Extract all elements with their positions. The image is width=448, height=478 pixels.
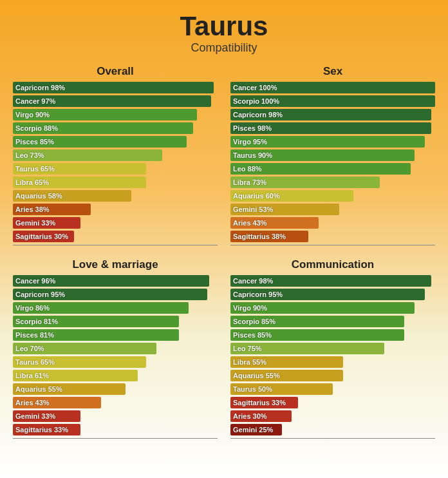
- bar-label: Scorpio 85%: [233, 318, 275, 325]
- bar-row: Scorpio 85%: [230, 316, 435, 327]
- bar-row: Gemini 33%: [13, 410, 218, 422]
- bar-row: Aquarius 60%: [230, 190, 435, 202]
- bar-row: Gemini 53%: [230, 204, 435, 215]
- bar-label: Aquarius 55%: [233, 372, 280, 379]
- chart-section-sex: SexCancer 100%Scorpio 100%Capricorn 98%P…: [224, 60, 442, 252]
- bar-label: Capricorn 98%: [15, 84, 65, 91]
- bar-label: Leo 75%: [233, 345, 262, 352]
- bar-row: Capricorn 98%: [230, 109, 435, 120]
- bar-label: Cancer 100%: [233, 84, 277, 91]
- bar-row: Aries 38%: [13, 204, 218, 215]
- bar-label: Pisces 85%: [233, 331, 272, 339]
- bar-label: Scorpio 88%: [15, 124, 58, 132]
- bar-row: Pisces 85%: [13, 136, 218, 148]
- bar-row: Pisces 85%: [230, 329, 435, 341]
- bar-label: Cancer 98%: [233, 277, 273, 285]
- section-title-overall: Overall: [13, 65, 218, 78]
- bar-label: Gemini 33%: [15, 412, 55, 420]
- bar-row: Aries 30%: [230, 410, 435, 422]
- bar-row: Taurus 50%: [230, 383, 435, 395]
- bar-row: Gemini 33%: [13, 217, 218, 229]
- bar-label: Sagittarius 33%: [15, 426, 68, 434]
- bar-label: Gemini 33%: [15, 219, 55, 227]
- bar-label: Taurus 65%: [15, 165, 55, 173]
- bar-label: Leo 70%: [15, 345, 44, 352]
- bar-label: Aquarius 60%: [233, 192, 280, 200]
- bar-label: Aries 38%: [15, 206, 50, 213]
- bar-row: Leo 75%: [230, 343, 435, 354]
- bar-row: Libra 73%: [230, 177, 435, 188]
- bar-row: Aquarius 55%: [13, 383, 218, 395]
- bar-row: Scorpio 88%: [13, 122, 218, 134]
- bar-label: Aquarius 58%: [15, 192, 62, 200]
- chart-bottom-line: [230, 438, 435, 439]
- bar-row: Leo 70%: [13, 343, 218, 354]
- bar-row: Pisces 81%: [13, 329, 218, 341]
- section-title-love: Love & marriage: [13, 258, 218, 271]
- chart-section-overall: OverallCapricorn 98%Cancer 97%Virgo 90%S…: [6, 60, 224, 252]
- bar-row: Cancer 98%: [230, 275, 435, 287]
- chart-bottom-line: [13, 438, 218, 439]
- chart-bottom-line: [230, 245, 435, 245]
- bar-row: Gemini 25%: [230, 424, 435, 435]
- bar-label: Virgo 95%: [233, 138, 267, 146]
- bar-row: Taurus 65%: [13, 163, 218, 175]
- bar-label: Virgo 90%: [15, 111, 50, 119]
- bar-label: Taurus 50%: [233, 385, 272, 393]
- chart-bottom-line: [13, 245, 218, 245]
- bar-row: Aries 43%: [230, 217, 435, 229]
- bar-row: Leo 88%: [230, 163, 435, 175]
- page-subtitle: Compatibility: [0, 41, 448, 55]
- bar-label: Sagittarius 38%: [233, 233, 286, 240]
- bar-row: Taurus 90%: [230, 149, 435, 161]
- bar-row: Cancer 97%: [13, 95, 218, 107]
- bar-label: Pisces 85%: [15, 138, 54, 146]
- bar-label: Libra 55%: [233, 358, 266, 366]
- header: Taurus Compatibility: [0, 0, 448, 60]
- bar-row: Libra 55%: [230, 356, 435, 368]
- bar-label: Virgo 90%: [233, 304, 267, 312]
- bar-label: Cancer 97%: [15, 97, 55, 105]
- bar-label: Capricorn 95%: [233, 291, 283, 298]
- bar-label: Cancer 96%: [15, 277, 55, 285]
- bar-row: Virgo 95%: [230, 136, 435, 148]
- bar-label: Taurus 65%: [15, 358, 55, 366]
- charts-grid: OverallCapricorn 98%Cancer 97%Virgo 90%S…: [0, 60, 448, 452]
- bar-label: Libra 61%: [15, 372, 49, 379]
- bar-row: Cancer 96%: [13, 275, 218, 287]
- bar-row: Aquarius 58%: [13, 190, 218, 202]
- bar-label: Sagittarius 33%: [233, 399, 286, 406]
- bar-row: Leo 73%: [13, 149, 218, 161]
- bar-label: Libra 73%: [233, 178, 266, 186]
- bar-row: Scorpio 81%: [13, 316, 218, 327]
- bar-row: Libra 65%: [13, 177, 218, 188]
- bar-label: Leo 88%: [233, 165, 262, 173]
- bar-label: Sagittarius 30%: [15, 233, 68, 240]
- bar-row: Capricorn 95%: [13, 289, 218, 300]
- bar-row: Aquarius 55%: [230, 370, 435, 381]
- section-title-communication: Communication: [230, 258, 435, 271]
- bar-label: Taurus 90%: [233, 151, 272, 159]
- bar-label: Capricorn 98%: [233, 111, 283, 119]
- bar-row: Virgo 86%: [13, 302, 218, 314]
- bar-label: Virgo 86%: [15, 304, 50, 312]
- bar-row: Libra 61%: [13, 370, 218, 381]
- bar-label: Pisces 81%: [15, 331, 54, 339]
- bar-label: Scorpio 100%: [233, 97, 279, 105]
- section-title-sex: Sex: [230, 65, 435, 78]
- bar-label: Aries 43%: [233, 219, 267, 227]
- bar-row: Sagittarius 33%: [13, 424, 218, 435]
- bar-row: Capricorn 95%: [230, 289, 435, 300]
- bar-row: Capricorn 98%: [13, 82, 218, 93]
- bar-label: Capricorn 95%: [15, 291, 65, 298]
- bar-label: Leo 73%: [15, 151, 44, 159]
- bar-row: Sagittarius 30%: [13, 231, 218, 242]
- bar-label: Aquarius 55%: [15, 385, 62, 393]
- bar-row: Aries 43%: [13, 397, 218, 408]
- bar-row: Sagittarius 38%: [230, 231, 435, 242]
- bar-row: Sagittarius 33%: [230, 397, 435, 408]
- bar-label: Scorpio 81%: [15, 318, 58, 325]
- bar-row: Taurus 65%: [13, 356, 218, 368]
- bar-row: Scorpio 100%: [230, 95, 435, 107]
- bar-label: Aries 30%: [233, 412, 267, 420]
